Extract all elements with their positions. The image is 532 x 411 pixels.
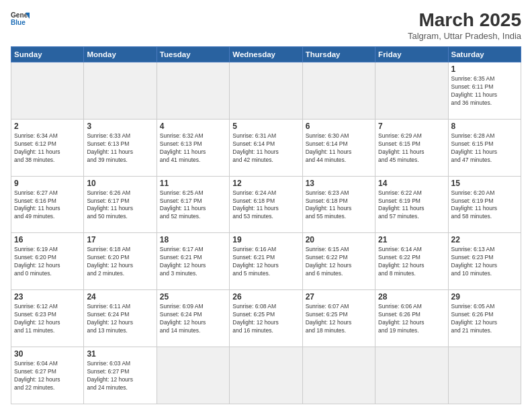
day-info: Sunrise: 6:27 AMSunset: 6:16 PMDaylight:… xyxy=(14,189,81,222)
calendar-cell: 2Sunrise: 6:34 AMSunset: 6:12 PMDaylight… xyxy=(11,119,84,176)
day-info: Sunrise: 6:34 AMSunset: 6:12 PMDaylight:… xyxy=(14,132,81,165)
calendar-cell: 18Sunrise: 6:17 AMSunset: 6:21 PMDayligh… xyxy=(157,233,229,290)
day-number: 20 xyxy=(306,235,372,244)
logo: General Blue xyxy=(11,9,30,28)
day-info: Sunrise: 6:11 AMSunset: 6:24 PMDaylight:… xyxy=(87,303,153,335)
calendar-cell xyxy=(157,62,229,120)
day-info: Sunrise: 6:05 AMSunset: 6:26 PMDaylight:… xyxy=(451,303,518,335)
generalblue-logo-icon: General Blue xyxy=(11,9,30,28)
calendar-cell: 6Sunrise: 6:30 AMSunset: 6:14 PMDaylight… xyxy=(302,119,375,176)
day-info: Sunrise: 6:15 AMSunset: 6:22 PMDaylight:… xyxy=(306,246,372,278)
calendar-cell xyxy=(157,347,229,404)
calendar-cell: 10Sunrise: 6:26 AMSunset: 6:17 PMDayligh… xyxy=(84,176,157,233)
day-number: 23 xyxy=(14,292,81,302)
calendar-cell xyxy=(11,62,84,120)
weekday-header-monday: Monday xyxy=(84,47,157,62)
day-info: Sunrise: 6:16 AMSunset: 6:21 PMDaylight:… xyxy=(232,246,299,278)
day-info: Sunrise: 6:19 AMSunset: 6:20 PMDaylight:… xyxy=(14,246,81,278)
day-info: Sunrise: 6:23 AMSunset: 6:18 PMDaylight:… xyxy=(306,189,372,222)
day-number: 25 xyxy=(160,292,226,302)
day-info: Sunrise: 6:09 AMSunset: 6:24 PMDaylight:… xyxy=(160,303,226,335)
calendar-cell: 13Sunrise: 6:23 AMSunset: 6:18 PMDayligh… xyxy=(302,176,375,233)
day-number: 5 xyxy=(232,122,299,131)
day-number: 18 xyxy=(160,235,226,244)
calendar-cell: 16Sunrise: 6:19 AMSunset: 6:20 PMDayligh… xyxy=(11,233,84,290)
calendar-cell: 22Sunrise: 6:13 AMSunset: 6:23 PMDayligh… xyxy=(448,233,521,290)
day-number: 30 xyxy=(14,349,81,359)
day-info: Sunrise: 6:13 AMSunset: 6:23 PMDaylight:… xyxy=(451,246,518,278)
calendar-cell: 4Sunrise: 6:32 AMSunset: 6:13 PMDaylight… xyxy=(157,119,229,176)
svg-text:Blue: Blue xyxy=(11,19,26,26)
weekday-header-sunday: Sunday xyxy=(11,47,84,62)
calendar-cell: 5Sunrise: 6:31 AMSunset: 6:14 PMDaylight… xyxy=(230,119,302,176)
day-number: 22 xyxy=(451,235,518,244)
day-number: 7 xyxy=(378,122,445,131)
day-info: Sunrise: 6:32 AMSunset: 6:13 PMDaylight:… xyxy=(160,132,226,165)
calendar-cell: 30Sunrise: 6:04 AMSunset: 6:27 PMDayligh… xyxy=(11,347,84,404)
day-info: Sunrise: 6:26 AMSunset: 6:17 PMDaylight:… xyxy=(87,189,153,222)
day-number: 26 xyxy=(232,292,299,302)
day-info: Sunrise: 6:29 AMSunset: 6:15 PMDaylight:… xyxy=(378,132,445,165)
calendar-cell xyxy=(448,347,521,404)
calendar-cell: 11Sunrise: 6:25 AMSunset: 6:17 PMDayligh… xyxy=(157,176,229,233)
calendar-cell xyxy=(230,62,302,120)
calendar-cell: 28Sunrise: 6:06 AMSunset: 6:26 PMDayligh… xyxy=(375,290,448,347)
calendar-cell: 20Sunrise: 6:15 AMSunset: 6:22 PMDayligh… xyxy=(302,233,375,290)
calendar-cell: 3Sunrise: 6:33 AMSunset: 6:13 PMDaylight… xyxy=(84,119,157,176)
day-number: 10 xyxy=(87,179,153,188)
day-info: Sunrise: 6:20 AMSunset: 6:19 PMDaylight:… xyxy=(451,189,518,222)
calendar-cell: 19Sunrise: 6:16 AMSunset: 6:21 PMDayligh… xyxy=(230,233,302,290)
calendar-cell xyxy=(84,62,157,120)
day-number: 21 xyxy=(378,235,445,244)
day-number: 9 xyxy=(14,179,81,188)
week-row-5: 30Sunrise: 6:04 AMSunset: 6:27 PMDayligh… xyxy=(11,347,521,404)
week-row-0: 1Sunrise: 6:35 AMSunset: 6:11 PMDaylight… xyxy=(11,62,521,120)
day-number: 8 xyxy=(451,122,518,131)
calendar-cell: 17Sunrise: 6:18 AMSunset: 6:20 PMDayligh… xyxy=(84,233,157,290)
day-number: 28 xyxy=(378,292,445,302)
day-info: Sunrise: 6:22 AMSunset: 6:19 PMDaylight:… xyxy=(378,189,445,222)
calendar-cell: 27Sunrise: 6:07 AMSunset: 6:25 PMDayligh… xyxy=(302,290,375,347)
calendar-cell: 29Sunrise: 6:05 AMSunset: 6:26 PMDayligh… xyxy=(448,290,521,347)
calendar-cell xyxy=(302,347,375,404)
day-number: 19 xyxy=(232,235,299,244)
weekday-header-thursday: Thursday xyxy=(302,47,375,62)
day-info: Sunrise: 6:14 AMSunset: 6:22 PMDaylight:… xyxy=(378,246,445,278)
calendar-cell: 15Sunrise: 6:20 AMSunset: 6:19 PMDayligh… xyxy=(448,176,521,233)
day-info: Sunrise: 6:30 AMSunset: 6:14 PMDaylight:… xyxy=(306,132,372,165)
day-info: Sunrise: 6:06 AMSunset: 6:26 PMDaylight:… xyxy=(378,303,445,335)
day-number: 14 xyxy=(378,179,445,188)
day-number: 2 xyxy=(14,122,81,131)
week-row-2: 9Sunrise: 6:27 AMSunset: 6:16 PMDaylight… xyxy=(11,176,521,233)
calendar-cell: 9Sunrise: 6:27 AMSunset: 6:16 PMDaylight… xyxy=(11,176,84,233)
header: General Blue March 2025 Talgram, Uttar P… xyxy=(11,9,521,41)
day-info: Sunrise: 6:28 AMSunset: 6:15 PMDaylight:… xyxy=(451,132,518,165)
day-number: 4 xyxy=(160,122,226,131)
calendar-cell xyxy=(375,62,448,120)
calendar-cell: 7Sunrise: 6:29 AMSunset: 6:15 PMDaylight… xyxy=(375,119,448,176)
day-number: 31 xyxy=(87,349,153,359)
day-number: 6 xyxy=(306,122,372,131)
day-number: 17 xyxy=(87,235,153,244)
day-number: 15 xyxy=(451,179,518,188)
day-info: Sunrise: 6:03 AMSunset: 6:27 PMDaylight:… xyxy=(87,360,153,392)
day-info: Sunrise: 6:07 AMSunset: 6:25 PMDaylight:… xyxy=(306,303,372,335)
calendar-cell: 21Sunrise: 6:14 AMSunset: 6:22 PMDayligh… xyxy=(375,233,448,290)
day-number: 24 xyxy=(87,292,153,302)
calendar-cell: 8Sunrise: 6:28 AMSunset: 6:15 PMDaylight… xyxy=(448,119,521,176)
weekday-header-friday: Friday xyxy=(375,47,448,62)
day-number: 1 xyxy=(451,64,518,74)
weekday-header-wednesday: Wednesday xyxy=(230,47,302,62)
day-info: Sunrise: 6:12 AMSunset: 6:23 PMDaylight:… xyxy=(14,303,81,335)
calendar-cell xyxy=(302,62,375,120)
day-info: Sunrise: 6:18 AMSunset: 6:20 PMDaylight:… xyxy=(87,246,153,278)
calendar-cell: 24Sunrise: 6:11 AMSunset: 6:24 PMDayligh… xyxy=(84,290,157,347)
day-number: 13 xyxy=(306,179,372,188)
weekday-header-tuesday: Tuesday xyxy=(157,47,229,62)
day-info: Sunrise: 6:31 AMSunset: 6:14 PMDaylight:… xyxy=(232,132,299,165)
day-number: 29 xyxy=(451,292,518,302)
title-block: March 2025 Talgram, Uttar Pradesh, India xyxy=(408,9,521,41)
day-info: Sunrise: 6:33 AMSunset: 6:13 PMDaylight:… xyxy=(87,132,153,165)
weekday-header-row: SundayMondayTuesdayWednesdayThursdayFrid… xyxy=(11,47,521,62)
calendar-cell: 1Sunrise: 6:35 AMSunset: 6:11 PMDaylight… xyxy=(448,62,521,120)
